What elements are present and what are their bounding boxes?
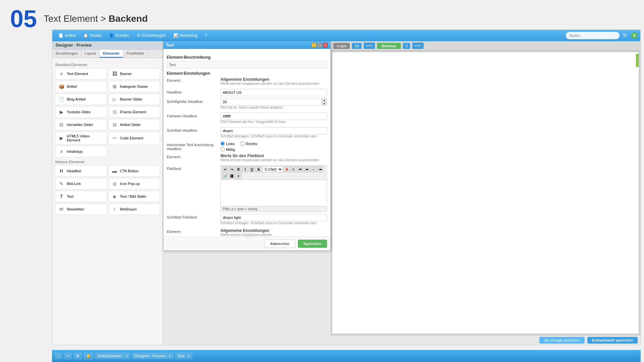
el-hersteller-slider[interactable]: ⊟ Hersteller-Slider <box>55 119 107 130</box>
designer-preview-close-icon[interactable]: ✕ <box>168 354 171 358</box>
el-blog-artikel[interactable]: 📄 Blog-Artikel <box>55 94 107 105</box>
taskbar-settings[interactable]: ⚙ <box>73 353 82 360</box>
page-number: 05 <box>10 7 37 31</box>
el-weissraum[interactable]: ↕ Weißraum <box>108 203 160 215</box>
search-area <box>566 32 620 39</box>
el-text[interactable]: T Text <box>55 191 107 202</box>
allgemeine2-field: Allgemeine Einstellungen Werte können fr… <box>220 228 327 237</box>
einkaufswelten-close-icon[interactable]: ✕ <box>125 354 128 358</box>
rte-undo[interactable]: ↩ <box>222 166 228 172</box>
dialog-controls: _ □ ✕ <box>312 43 328 48</box>
tab-layout[interactable]: Layout <box>82 50 100 58</box>
rte-strikethrough[interactable]: S <box>256 166 262 172</box>
schriftgroesse-input[interactable] <box>220 98 322 106</box>
rte-list-ul[interactable]: ≡ <box>290 166 297 172</box>
el-banner[interactable]: 🖼 Banner <box>108 68 160 79</box>
el-artikel-slider[interactable]: ⊟ Artikel-Slider <box>108 119 160 130</box>
rte-link[interactable]: 🔗 <box>222 173 228 179</box>
nav-kunden[interactable]: 👤 Kunden <box>106 32 132 39</box>
taskbar-einkaufswelten[interactable]: Einkaufswelten ✕ <box>95 353 130 359</box>
nav-marketing[interactable]: 📊 Marketing <box>170 32 201 39</box>
text-bild-slider-icon: ◈ <box>111 193 118 200</box>
taskbar-designer-preview[interactable]: Designer - Preview ✕ <box>132 353 174 359</box>
text-tab-close-icon[interactable]: ✕ <box>187 354 190 358</box>
el-youtube-video[interactable]: ▶ Youtube-Video <box>55 106 107 118</box>
headline-label: Headline: <box>167 89 220 94</box>
el-headline[interactable]: H Headline <box>55 165 107 177</box>
desktop-button[interactable]: Desktop <box>377 43 401 49</box>
rte-align-center[interactable]: ↔ <box>311 166 317 172</box>
rte-list-ol[interactable]: ≔ <box>297 166 303 172</box>
zero-button[interactable]: 0 <box>403 43 410 49</box>
dialog-footer: Abbrechen Speichern <box>163 237 330 250</box>
nav-bar: 📄 Artikel 📋 Inhalte 👤 Kunden ⚙ Einstellu… <box>52 30 640 41</box>
rte-bold[interactable]: B <box>235 166 241 172</box>
tab-einstellungen[interactable]: Einstellungen <box>52 50 82 58</box>
spin-down[interactable]: ▼ <box>322 102 327 106</box>
preview-icons-button[interactable]: ↩↩ <box>364 43 375 49</box>
panel-content: Standard-Elemente: ≡ Text Element 🖼 Bann… <box>52 58 163 345</box>
taskbar-text-tab[interactable]: Text ✕ <box>175 353 193 359</box>
rte-align-right[interactable]: ➡ <box>317 166 323 172</box>
rte-font-size[interactable]: S (19pt) <box>262 166 283 172</box>
dialog-minimize[interactable]: _ <box>312 43 316 48</box>
app-container: 📄 Artikel 📋 Inhalte 👤 Kunden ⚙ Einstellu… <box>52 29 641 345</box>
nav-einstellungen[interactable]: ⚙ Einstellungen <box>133 32 169 39</box>
el-html5-video[interactable]: ▶ HTML5 Video-Element <box>55 132 107 144</box>
el-icon-popup[interactable]: ◎ Icon Pop-up <box>108 178 160 189</box>
farbwert-input[interactable] <box>220 113 327 120</box>
rte-italic[interactable]: I <box>242 166 248 172</box>
tab-elemente[interactable]: Elemente <box>100 50 123 58</box>
el-cta-button[interactable]: ▬ CTA Button <box>108 165 160 177</box>
el-kategorie-teaser[interactable]: ⊞ Kategorie-Teaser <box>108 81 160 92</box>
el-bild-link[interactable]: ✎ Bild-Link <box>55 178 107 189</box>
radio-mittig[interactable]: Mittig <box>220 147 235 152</box>
headline-icon: H <box>58 168 65 174</box>
preview-extra-button[interactable]: ↩↩ <box>412 43 424 49</box>
rte-image[interactable]: 🖼 <box>229 173 235 179</box>
dialog-maximize[interactable]: □ <box>317 43 322 48</box>
radio-links[interactable]: Links <box>220 141 235 146</box>
cancel-button[interactable]: Abbrechen <box>264 240 295 248</box>
save-template-button[interactable]: Als Vorlage speichern <box>539 337 584 344</box>
rte-font-color[interactable]: A <box>284 166 290 172</box>
spin-up[interactable]: ▲ <box>322 98 327 102</box>
rte-redo[interactable]: ↪ <box>229 166 235 172</box>
taskbar-bell[interactable]: 🔔 <box>84 353 94 360</box>
save-shop-button[interactable]: Einkaufswelt speichern <box>587 337 638 344</box>
preview-num-button[interactable]: 19 <box>352 43 361 49</box>
hersteller-slider-icon: ⊟ <box>58 121 65 128</box>
nav-artikel[interactable]: 📄 Artikel <box>55 32 79 39</box>
dialog-close[interactable]: ✕ <box>323 43 328 48</box>
save-button[interactable]: Speichern <box>298 240 327 248</box>
el-iframe-element[interactable]: ⊡ iFrame-Element <box>108 106 160 118</box>
radio-rechts[interactable]: Rechts <box>240 141 257 146</box>
farbwert-label: Farbwert Headline: <box>167 113 220 118</box>
el-text-element[interactable]: ≡ Text Element <box>55 68 107 79</box>
nav-help[interactable]: ? <box>202 32 211 39</box>
search-input[interactable] <box>566 32 620 39</box>
taskbar-home[interactable]: ⌂ <box>55 353 62 359</box>
bild-link-icon: ✎ <box>58 180 65 187</box>
allgemeine2-label: Element : <box>167 228 220 234</box>
nav-inhalte[interactable]: 📋 Inhalte <box>80 32 105 39</box>
el-banner-slider[interactable]: ▷ Banner-Slider <box>108 94 160 105</box>
tab-freiefelder[interactable]: Freiefelder <box>123 50 148 58</box>
rte-area[interactable] <box>220 180 327 206</box>
el-text-bild-slider[interactable]: ◈ Text / Bild Slider <box>108 191 160 202</box>
schriftart-input[interactable] <box>220 127 327 134</box>
el-inhaltstyp[interactable]: ≡ Inhaltstyp <box>55 146 107 157</box>
scape-button[interactable]: scape <box>333 43 350 49</box>
schriftart-fliess-input[interactable] <box>220 214 327 221</box>
el-artikel[interactable]: 📦 Artikel <box>55 81 107 92</box>
taskbar-back[interactable]: ↩ <box>64 353 72 360</box>
rte-underline[interactable]: U <box>249 166 255 172</box>
cta-button-icon: ▬ <box>111 168 118 174</box>
el-code-element[interactable]: </> Code Element <box>108 132 160 144</box>
refresh-icon[interactable]: ↻ <box>623 32 630 39</box>
headline-input[interactable] <box>220 89 327 96</box>
rte-source[interactable]: < <box>235 173 241 179</box>
el-newsletter[interactable]: ✉ Newsletter <box>55 203 107 215</box>
rte-align-left[interactable]: ⬅ <box>304 166 310 172</box>
version-badge: 5 <box>631 32 638 39</box>
